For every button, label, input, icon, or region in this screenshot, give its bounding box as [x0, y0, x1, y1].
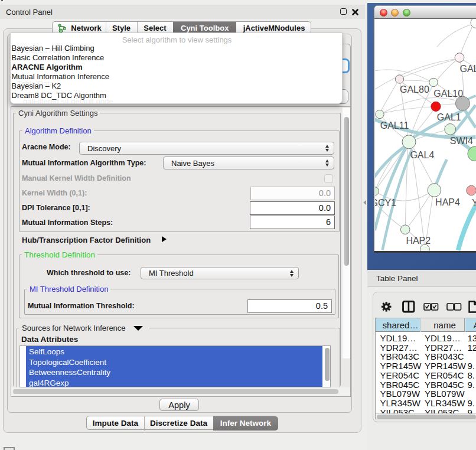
svg-text:GAL7: GAL7: [459, 64, 476, 74]
svg-text:Y: Y: [472, 198, 476, 208]
svg-text:GCY1: GCY1: [375, 198, 396, 208]
svg-text:HAP2: HAP2: [406, 236, 431, 246]
svg-text:GAL11: GAL11: [380, 120, 409, 131]
svg-text:GAL4: GAL4: [410, 150, 434, 160]
svg-text:GAL10: GAL10: [433, 89, 463, 99]
svg-text:GAL1: GAL1: [436, 112, 461, 122]
svg-text:HAP4: HAP4: [435, 197, 460, 207]
svg-text:GAL80: GAL80: [400, 84, 429, 94]
svg-text:SWI4: SWI4: [449, 136, 472, 146]
